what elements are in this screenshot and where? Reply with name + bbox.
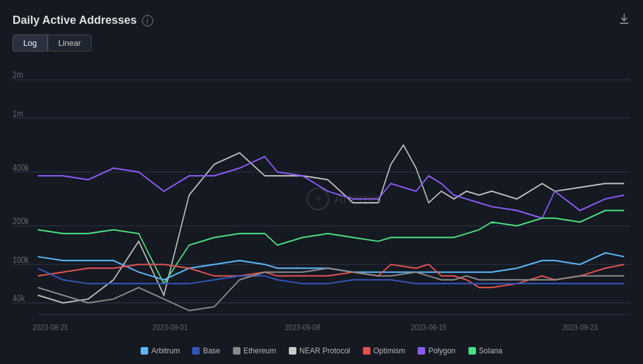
title-area: Daily Active Addresses i xyxy=(13,14,153,27)
chart-title: Daily Active Addresses xyxy=(13,14,137,27)
chart-area: + Artemis 2m 1m 400k 200k 100k 40k 2023-… xyxy=(13,56,630,341)
legend-item-optimism: Optimism xyxy=(363,346,406,355)
svg-text:2023-08-25: 2023-08-25 xyxy=(33,323,68,332)
legend-item-polygon: Polygon xyxy=(418,346,455,355)
legend-label-ethereum: Ethereum xyxy=(244,346,276,355)
legend-label-arbitrum: Arbitrum xyxy=(151,346,180,355)
svg-text:2023-09-01: 2023-09-01 xyxy=(153,323,188,332)
log-toggle[interactable]: Log xyxy=(13,35,48,51)
legend-item-near: NEAR Protocol xyxy=(289,346,350,355)
legend-color-base xyxy=(192,347,200,355)
legend: Arbitrum Base Ethereum NEAR Protocol Opt… xyxy=(13,341,630,358)
chart-svg: 2m 1m 400k 200k 100k 40k 2023-08-25 2023… xyxy=(13,56,630,341)
linear-toggle[interactable]: Linear xyxy=(48,35,92,51)
svg-text:2023-09-15: 2023-09-15 xyxy=(411,323,446,332)
legend-color-near xyxy=(289,347,296,355)
svg-text:2m: 2m xyxy=(13,70,23,80)
legend-color-arbitrum xyxy=(141,347,148,355)
legend-item-base: Base xyxy=(192,346,220,355)
legend-item-arbitrum: Arbitrum xyxy=(141,346,180,355)
svg-text:200k: 200k xyxy=(13,216,29,226)
legend-color-ethereum xyxy=(233,347,240,355)
legend-item-ethereum: Ethereum xyxy=(233,346,276,355)
legend-label-solana: Solana xyxy=(479,346,502,355)
legend-label-optimism: Optimism xyxy=(374,346,406,355)
svg-text:40k: 40k xyxy=(13,293,25,303)
download-icon[interactable] xyxy=(618,13,630,28)
svg-text:2023-09-08: 2023-09-08 xyxy=(285,323,321,332)
legend-color-solana xyxy=(468,347,476,355)
svg-text:400k: 400k xyxy=(13,162,29,172)
chart-container: Daily Active Addresses i Log Linear + Ar… xyxy=(0,0,643,364)
legend-label-base: Base xyxy=(203,346,220,355)
chart-header: Daily Active Addresses i xyxy=(13,13,630,28)
svg-text:100k: 100k xyxy=(13,255,29,265)
toggle-buttons: Log Linear xyxy=(13,35,630,51)
legend-color-polygon xyxy=(418,347,425,355)
legend-item-solana: Solana xyxy=(468,346,502,355)
svg-text:1m: 1m xyxy=(13,109,23,119)
info-icon[interactable]: i xyxy=(142,15,153,26)
legend-color-optimism xyxy=(363,347,370,355)
legend-label-near: NEAR Protocol xyxy=(300,346,350,355)
legend-label-polygon: Polygon xyxy=(428,346,455,355)
svg-text:2023-09-23: 2023-09-23 xyxy=(562,323,598,332)
